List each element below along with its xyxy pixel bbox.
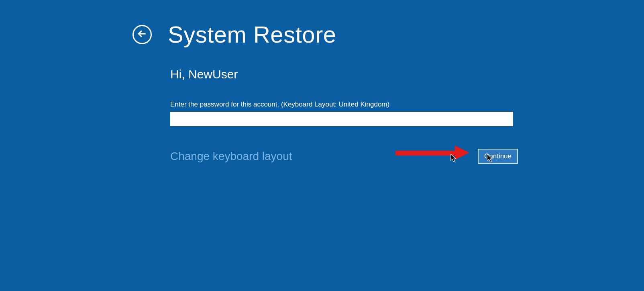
continue-button-label: Continue — [484, 152, 512, 160]
bottom-row: Change keyboard layout Continue — [170, 149, 518, 164]
greeting-text: Hi, NewUser — [170, 68, 516, 81]
page-title: System Restore — [168, 21, 336, 48]
continue-button[interactable]: Continue — [478, 149, 518, 164]
password-input[interactable] — [170, 112, 513, 126]
password-label: Enter the password for this account. (Ke… — [170, 100, 516, 109]
back-button[interactable] — [132, 25, 152, 44]
change-keyboard-layout-link[interactable]: Change keyboard layout — [170, 150, 292, 163]
content-area: Hi, NewUser Enter the password for this … — [170, 68, 516, 164]
header-row: System Restore — [132, 21, 336, 48]
back-arrow-icon — [137, 29, 147, 41]
